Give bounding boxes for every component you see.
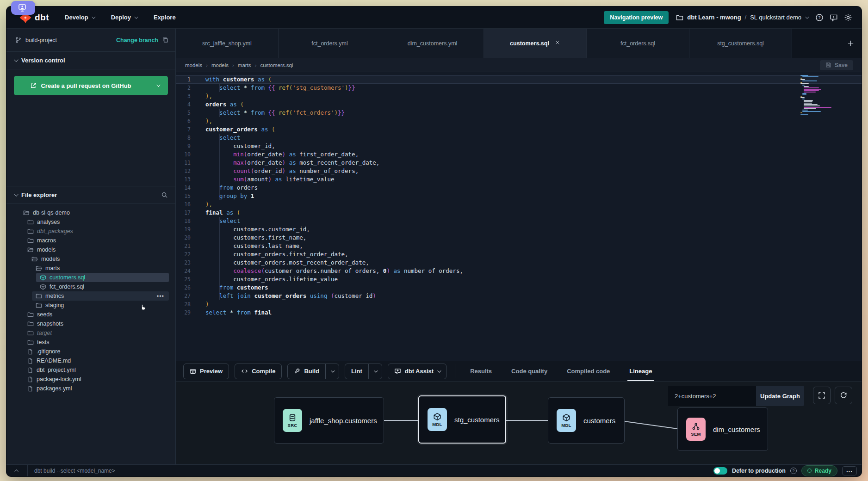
code-line[interactable]: 7customer_orders as ( xyxy=(176,125,862,134)
tree-item-marts[interactable]: marts xyxy=(6,264,175,273)
button-main-segment[interactable]: Lint xyxy=(345,364,368,379)
command-input[interactable]: dbt build --select <model_name> xyxy=(34,468,115,474)
tab-fct_orders.yml[interactable]: fct_orders.yml xyxy=(279,29,381,58)
fullscreen-button[interactable] xyxy=(813,387,831,404)
tree-item-db-sl-qs-demo[interactable]: db-sl-qs-demo xyxy=(6,208,175,217)
tree-item-snapshots[interactable]: snapshots xyxy=(6,319,175,328)
code-line[interactable]: 14 from orders xyxy=(176,184,862,192)
code-line[interactable]: 3), xyxy=(176,92,862,100)
code-line[interactable]: 20 customers.first_name, xyxy=(176,234,862,242)
update-graph-button[interactable]: Update Graph xyxy=(756,386,804,406)
code-line[interactable]: 18 select xyxy=(176,217,862,225)
feedback-icon[interactable] xyxy=(830,13,838,22)
version-control-header[interactable]: Version control xyxy=(6,52,175,69)
code-line[interactable]: 17final as ( xyxy=(176,209,862,217)
code-line[interactable]: 26 from customers xyxy=(176,284,862,292)
tree-item-metrics[interactable]: metrics••• xyxy=(6,291,175,301)
tree-item-models[interactable]: models xyxy=(6,254,175,264)
code-line[interactable]: 15 group by 1 xyxy=(176,192,862,200)
close-tab-icon[interactable] xyxy=(555,40,560,47)
tree-item-models[interactable]: models xyxy=(6,245,175,254)
file-explorer-header[interactable]: File explorer xyxy=(6,186,175,204)
code-line[interactable]: 11 max(order_date) as most_recent_order_… xyxy=(176,159,862,167)
code-line[interactable]: 13 sum(amount) as lifetime_value xyxy=(176,175,862,184)
dbt-assist-button[interactable]: dbt Assist xyxy=(388,364,446,379)
menu-deploy[interactable]: Deploy xyxy=(111,14,137,21)
new-tab-button[interactable] xyxy=(847,29,854,58)
code-line[interactable]: 24 coalesce(customer_orders.number_of_or… xyxy=(176,267,862,275)
breadcrumb-item[interactable]: models xyxy=(211,62,229,68)
tab-fct_orders.sql[interactable]: fct_orders.sql xyxy=(587,29,689,58)
compile-button[interactable]: Compile xyxy=(235,364,282,379)
preview-button[interactable]: Preview xyxy=(183,364,229,379)
button-main-segment[interactable]: Build xyxy=(288,364,325,379)
code-line[interactable]: 29select * from final xyxy=(176,308,862,317)
breadcrumb-item[interactable]: models xyxy=(185,62,202,68)
code-line[interactable]: 21 customers.last_name, xyxy=(176,242,862,250)
breadcrumb-item[interactable]: customers.sql xyxy=(260,62,293,68)
tab-lineage[interactable]: Lineage xyxy=(629,361,652,381)
tree-item-target[interactable]: target xyxy=(6,328,175,338)
code-line[interactable]: 19 customers.customer_id, xyxy=(176,225,862,234)
tree-item-dbt-packages[interactable]: dbt_packages xyxy=(6,227,175,236)
code-line[interactable]: 1with customers as ( xyxy=(176,75,862,84)
code-line[interactable]: 16), xyxy=(176,200,862,209)
menu-explore[interactable]: Explore xyxy=(154,14,176,21)
lineage-node-stg_customers[interactable]: MDLstg_customers xyxy=(418,395,506,444)
tab-compiled-code[interactable]: Compiled code xyxy=(567,361,610,381)
code-line[interactable]: 12 count(order_id) as number_of_orders, xyxy=(176,167,862,175)
tree-item-tests[interactable]: tests xyxy=(6,338,175,347)
build-dropdown-button[interactable] xyxy=(325,364,339,379)
more-options-button[interactable]: ... xyxy=(842,466,857,475)
tree-item-fct-orders-sql[interactable]: fct_orders.sql xyxy=(6,282,175,291)
tree-item-customers-sql[interactable]: customers.sql xyxy=(6,273,175,282)
defer-toggle[interactable] xyxy=(713,467,727,475)
navigation-preview-button[interactable]: Navigation preview xyxy=(604,11,669,24)
tab-code-quality[interactable]: Code quality xyxy=(511,361,547,381)
create-pr-dropdown-button[interactable] xyxy=(148,76,168,95)
collapse-panel-button[interactable] xyxy=(6,465,28,476)
code-line[interactable]: 4orders as ( xyxy=(176,100,862,109)
code-line[interactable]: 25 customer_orders.lifetime_value xyxy=(176,275,862,284)
change-branch-link[interactable]: Change branch xyxy=(116,37,158,43)
code-line[interactable]: 23 customer_orders.most_recent_order_dat… xyxy=(176,259,862,267)
lineage-node-customers[interactable]: MDLcustomers xyxy=(548,397,625,444)
code-line[interactable]: 27 left join customer_orders using (cust… xyxy=(176,292,862,300)
tab-stg_customers.sql[interactable]: stg_customers.sql xyxy=(689,29,792,58)
search-icon[interactable] xyxy=(161,191,168,198)
code-editor[interactable]: 1with customers as (2 select * from {{ r… xyxy=(176,72,862,361)
code-line[interactable]: 9 customer_id, xyxy=(176,142,862,150)
code-line[interactable]: 5 select * from {{ ref('fct_orders')}} xyxy=(176,109,862,117)
tab-src_jaffle_shop.yml[interactable]: src_jaffle_shop.yml xyxy=(176,29,279,58)
minimap[interactable] xyxy=(800,75,833,115)
project-breadcrumb[interactable]: dbt Learn - mwong / SL quickstart demo xyxy=(676,14,808,21)
button-main-segment[interactable]: dbt Assist xyxy=(388,364,446,379)
code-line[interactable]: 2 select * from {{ ref('stg_customers')}… xyxy=(176,84,862,92)
row-menu-button[interactable]: ••• xyxy=(157,293,164,299)
tab-results[interactable]: Results xyxy=(470,361,492,381)
build-button[interactable]: Build xyxy=(287,364,339,379)
help-icon[interactable]: ? xyxy=(815,13,824,22)
tree-item-dbt-project-yml[interactable]: dbt_project.yml xyxy=(6,365,175,375)
status-ready-badge[interactable]: Ready xyxy=(801,465,837,476)
code-line[interactable]: 6), xyxy=(176,117,862,125)
tree-item-staging[interactable]: staging xyxy=(6,301,175,310)
button-main-segment[interactable]: Compile xyxy=(235,364,281,379)
lineage-filter-input[interactable] xyxy=(668,386,756,406)
breadcrumb-item[interactable]: marts xyxy=(238,62,251,68)
lint-dropdown-button[interactable] xyxy=(368,364,382,379)
code-line[interactable]: 22 customer_orders.first_order_date, xyxy=(176,250,862,259)
settings-gear-icon[interactable] xyxy=(844,13,852,22)
code-line[interactable]: 28) xyxy=(176,300,862,308)
code-line[interactable]: 10 min(order_date) as first_order_date, xyxy=(176,150,862,159)
lineage-node-jaffle_shop.customers[interactable]: SRCjaffle_shop.customers xyxy=(274,397,384,444)
code-line[interactable]: 8 select xyxy=(176,134,862,142)
lineage-canvas[interactable]: Update Graph SRCjaffle_shop.customersMDL… xyxy=(176,382,862,464)
defer-help-icon[interactable]: ? xyxy=(790,468,797,474)
tree-item--gitignore[interactable]: .gitignore xyxy=(6,347,175,356)
tab-customers.sql[interactable]: customers.sql xyxy=(484,29,587,58)
tree-item-readme-md[interactable]: README.md xyxy=(6,356,175,365)
tree-item-packages-yml[interactable]: packages.yml xyxy=(6,384,175,393)
tree-item-analyses[interactable]: analyses xyxy=(6,217,175,227)
button-main-segment[interactable]: Preview xyxy=(184,364,229,379)
